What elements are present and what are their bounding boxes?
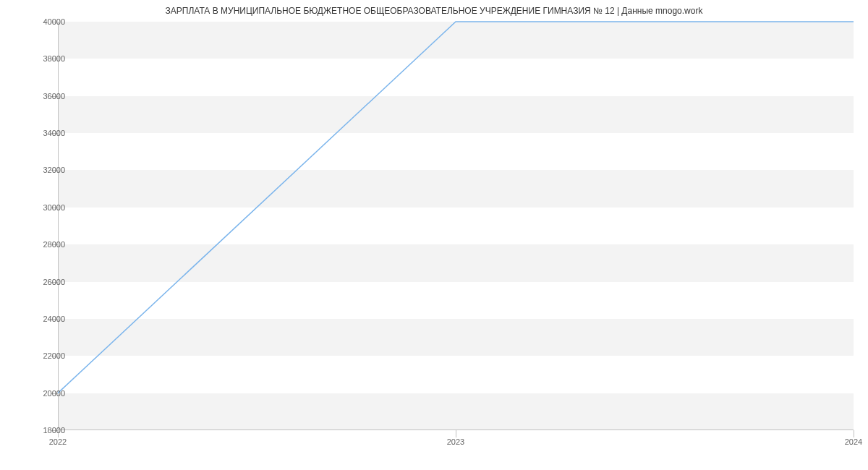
y-tick-label: 30000 <box>22 203 65 212</box>
y-tick-label: 34000 <box>22 129 65 137</box>
x-tick-label: 2024 <box>832 437 868 446</box>
y-tick-label: 26000 <box>22 278 65 286</box>
line-series <box>58 22 854 430</box>
y-tick-label: 20000 <box>22 389 65 398</box>
y-tick-label: 22000 <box>22 351 65 360</box>
y-tick-label: 38000 <box>22 54 65 63</box>
y-tick-label: 32000 <box>22 166 65 174</box>
y-tick-label: 28000 <box>22 240 65 249</box>
y-tick-label: 36000 <box>22 92 65 101</box>
x-tick-label: 2022 <box>36 437 80 446</box>
chart-title: ЗАРПЛАТА В МУНИЦИПАЛЬНОЕ БЮДЖЕТНОЕ ОБЩЕО… <box>0 6 868 16</box>
x-tick-label: 2023 <box>434 437 477 446</box>
y-tick-label: 18000 <box>22 426 65 435</box>
x-tick <box>456 430 456 437</box>
y-tick-label: 24000 <box>22 315 65 323</box>
y-tick-label: 40000 <box>22 17 65 26</box>
plot-area <box>58 22 854 430</box>
x-tick <box>854 430 854 437</box>
